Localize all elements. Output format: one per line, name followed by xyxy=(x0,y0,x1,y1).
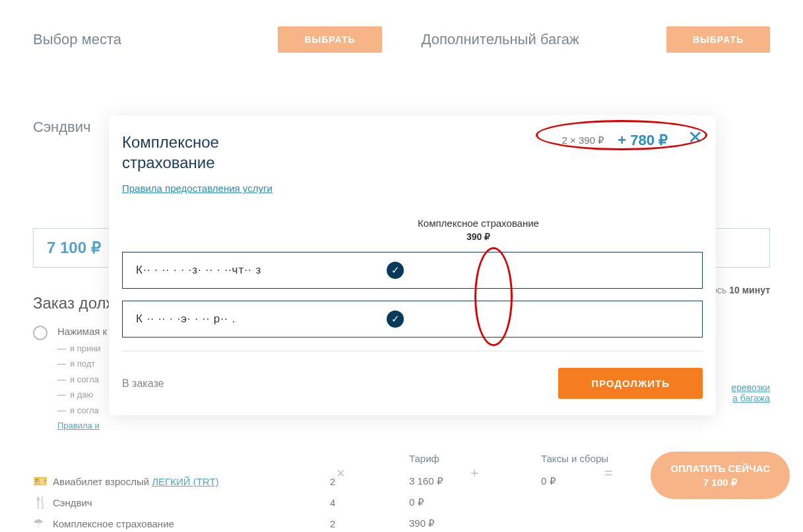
close-icon[interactable]: ✕ xyxy=(688,129,703,147)
insurance-toggle-1[interactable]: ✓ xyxy=(387,262,404,279)
continue-button[interactable]: ПРОДОЛЖИТЬ xyxy=(558,368,703,399)
insurance-modal: Комплексное страхование Правила предоста… xyxy=(109,115,716,415)
passenger-row-2: К ·· ·· · ·э· · ·· р·· . ✓ xyxy=(122,301,703,338)
passenger-name: К·· · ·· · · ·з· ·· · ··чт·· з xyxy=(136,264,387,277)
passenger-row-1: К·· · ·· · · ·з· ·· · ··чт·· з ✓ xyxy=(122,252,703,289)
modal-price-total: + 780 ₽ xyxy=(618,132,668,149)
passenger-name: К ·· ·· · ·э· · ·· р·· . xyxy=(136,312,387,326)
modal-price-cluster: 2 × 390 ₽ + 780 ₽ ✕ xyxy=(562,132,703,149)
modal-subtitle: Комплексное страхование xyxy=(254,218,703,229)
modal-rules-link[interactable]: Правила предоставления услуги xyxy=(122,183,273,194)
modal-title: Комплексное страхование xyxy=(122,132,273,173)
in-order-label: В заказе xyxy=(122,378,164,390)
modal-price-calc: 2 × 390 ₽ xyxy=(562,134,605,146)
insurance-toggle-2[interactable]: ✓ xyxy=(387,310,404,328)
modal-subprice: 390 ₽ xyxy=(254,231,703,242)
